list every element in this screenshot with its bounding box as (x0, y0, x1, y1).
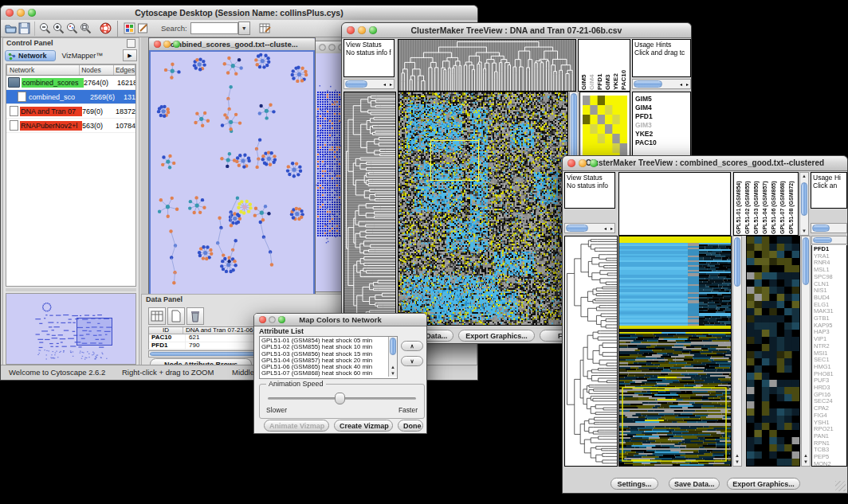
gene-label[interactable]: GIM4 (635, 104, 690, 112)
tv2-gene-dendrogram[interactable] (564, 236, 618, 467)
gene-label[interactable]: HAP3 (814, 329, 846, 336)
network-row[interactable]: RNAPuberNov2+l563(0)107847(0) (6, 119, 135, 133)
gene-label[interactable]: HMG1 (814, 364, 846, 371)
gene-label[interactable]: CLN1 (814, 281, 846, 288)
zoom-fit-icon[interactable] (79, 21, 92, 35)
close-icon[interactable] (347, 26, 355, 34)
search-input[interactable] (190, 22, 238, 34)
select-attributes-icon[interactable] (148, 307, 166, 325)
close-icon[interactable] (567, 159, 575, 167)
vizmapper-icon[interactable] (123, 21, 136, 35)
attribute-item[interactable]: GPL51-06 (GSM865) heat shock 40 min (261, 364, 395, 370)
float-panel-icon[interactable] (127, 39, 135, 48)
tv2-export-graphics-button[interactable]: Export Graphics... (727, 478, 800, 490)
resize-grip[interactable] (835, 481, 846, 491)
tv1-viewstatus-hscrollbar[interactable]: ◂ ▸ (344, 79, 395, 89)
gene-label[interactable]: MON2 (814, 461, 846, 467)
animate-vizmap-button[interactable]: Animate Vizmap (264, 420, 329, 432)
open-folder-icon[interactable] (4, 21, 18, 35)
column-label[interactable]: GPL51-03 (GSM856) (753, 174, 762, 234)
gene-label[interactable]: YRA1 (814, 253, 846, 260)
gene-label[interactable]: GPI16 (814, 392, 846, 399)
gene-label[interactable]: PAC10 (635, 139, 690, 147)
tv2-settings-button[interactable]: Settings... (610, 478, 658, 490)
column-label[interactable]: GIM4 (588, 41, 596, 90)
gene-label[interactable]: PFD1 (635, 112, 690, 121)
column-label[interactable]: GIM5 (580, 41, 588, 90)
delete-attribute-icon[interactable] (186, 307, 204, 325)
move-down-button[interactable]: ∨ (401, 356, 423, 366)
zoom-window-icon[interactable] (28, 9, 36, 17)
tv1-usagehints-hscrollbar[interactable]: ◂ ▸ (632, 79, 691, 89)
network-row[interactable]: combined_scores2764(0)16218(0) (6, 76, 135, 90)
gene-label[interactable]: PEP5 (814, 454, 846, 461)
tv2-collabels-vscrollbar[interactable]: ▲ ▼ (799, 172, 809, 236)
column-label[interactable]: GPL51-02 (GSM855) (744, 174, 753, 234)
gene-label[interactable]: PAN1 (814, 433, 846, 440)
tv2-zoom-heatmap[interactable] (746, 236, 800, 467)
minimize-icon[interactable] (269, 316, 276, 323)
gene-label[interactable]: MAK31 (814, 308, 846, 315)
gene-label[interactable]: RPO21 (814, 426, 846, 433)
column-label[interactable]: GIM3 (604, 41, 612, 90)
tab-network[interactable]: Network (5, 50, 56, 61)
network-overview[interactable] (6, 293, 136, 365)
tv2-titlebar[interactable]: ClusterMaker TreeView : combined_scores_… (563, 156, 847, 171)
save-icon[interactable] (18, 21, 31, 35)
gene-label[interactable]: YKE2 (635, 130, 690, 139)
table-row[interactable]: PFD1790 (149, 342, 269, 350)
zoom-in-icon[interactable] (52, 21, 65, 35)
tv2-save-data-button[interactable]: Save Data... (669, 478, 720, 490)
data-panel-hscrollbar[interactable] (148, 350, 268, 357)
attribute-item[interactable]: GPL51-02 (GSM855) heat shock 10 min (261, 344, 395, 350)
gene-label[interactable]: GIM5 (635, 95, 690, 104)
gene-label[interactable]: PHO81 (814, 371, 846, 378)
column-label[interactable]: YKE2 (612, 41, 620, 90)
annotation-icon[interactable] (136, 21, 150, 35)
gene-label[interactable]: PUF3 (814, 377, 846, 385)
attribute-item[interactable]: GPL51-07 (GSM868) heat shock 60 min (261, 370, 395, 377)
close-icon[interactable] (6, 9, 14, 17)
gene-label[interactable]: HRD3 (814, 385, 846, 392)
gene-label[interactable]: NIS1 (814, 287, 846, 295)
column-label[interactable]: PAC10 (620, 41, 628, 90)
gene-label[interactable]: TCB3 (814, 447, 846, 454)
gene-label[interactable]: MSL1 (814, 267, 846, 274)
tab-vizmapper[interactable]: VizMapper™ (56, 51, 110, 61)
gene-label[interactable]: PFD1 (814, 246, 846, 253)
network-table-header[interactable]: Network Nodes Edges (6, 64, 135, 76)
network-row[interactable]: DNA and Tran 07769(0)183728(0) (6, 104, 135, 119)
column-label[interactable]: GPL51-04 (GSM857) (762, 174, 771, 234)
split-handle[interactable] (6, 288, 136, 291)
zoom-window-icon[interactable] (369, 26, 377, 34)
gene-label[interactable]: GIM3 (635, 121, 690, 130)
done-button[interactable]: Done (398, 420, 423, 432)
network-canvas[interactable] (151, 52, 313, 295)
gene-label[interactable]: CPA2 (814, 405, 846, 412)
tv2-global-heatmap[interactable] (618, 236, 732, 467)
gene-label[interactable]: NTR2 (814, 343, 846, 350)
attribute-table-icon[interactable] (258, 21, 272, 35)
gene-label[interactable]: YSH1 (814, 420, 846, 427)
tv2-column-dendrogram[interactable] (618, 172, 731, 236)
gene-label[interactable]: ELG1 (814, 302, 846, 309)
zoom-window-icon[interactable] (590, 159, 598, 167)
gene-label[interactable]: SEC1 (814, 357, 846, 364)
attribute-item[interactable]: GPL51-03 (GSM856) heat shock 15 min (261, 351, 395, 357)
help-lifering-icon[interactable] (99, 21, 112, 35)
gene-label[interactable]: RNR4 (814, 260, 846, 267)
minimize-icon[interactable] (163, 41, 171, 48)
column-label[interactable]: GPL51-06 (GSM865) (771, 174, 779, 234)
tab-overflow-button[interactable]: ▶ (123, 49, 137, 61)
close-icon[interactable] (319, 44, 326, 51)
gene-label[interactable]: RPN1 (814, 440, 846, 447)
search-dropdown-button[interactable]: ▼ (238, 21, 250, 35)
column-label[interactable]: PFD1 (596, 41, 604, 90)
zoom-out-icon[interactable] (38, 21, 52, 35)
tv2-heatmap-vscrollbar[interactable]: ▲ ▼ (732, 236, 742, 467)
attribute-item[interactable]: GPL51-01 (GSM854) heat shock 05 min (261, 338, 395, 344)
gene-label[interactable]: KAP95 (814, 322, 846, 330)
minimize-icon[interactable] (328, 44, 336, 51)
zoom-window-icon[interactable] (278, 316, 285, 323)
gene-label[interactable]: SPC98 (814, 274, 846, 281)
